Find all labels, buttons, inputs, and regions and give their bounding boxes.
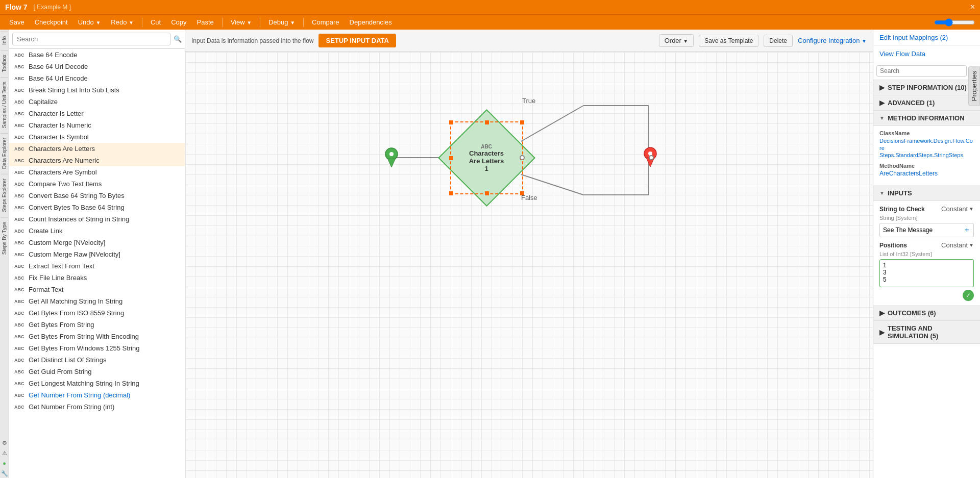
toolbox-item-label: Get Guid From String: [29, 368, 92, 375]
inputs-chevron: ▼: [879, 190, 885, 196]
toolbox-item-label: Character Is Symbol: [29, 133, 89, 141]
abc-badge: ABC: [14, 264, 26, 269]
toolbox-item[interactable]: ABC Get Guid From String: [9, 366, 185, 378]
zoom-slider[interactable]: [934, 18, 975, 27]
positions-confirm-button[interactable]: ✓: [963, 290, 974, 301]
toolbox-item[interactable]: ABC Character Is Symbol: [9, 131, 185, 143]
bottom-icon-2[interactable]: ⚠: [0, 448, 9, 458]
toolbox-item[interactable]: ABC Capitalize: [9, 96, 185, 108]
toolbox-item[interactable]: ABC Base 64 Url Decode: [9, 61, 185, 72]
toolbox-item[interactable]: ABC Get Bytes From String: [9, 319, 185, 331]
toolbox-item-label: Base 64 Url Encode: [29, 74, 88, 82]
edit-input-mappings-link[interactable]: Edit Input Mappings (2): [873, 30, 980, 46]
toolbox-item[interactable]: ABC Get Bytes From Windows 1255 String: [9, 342, 185, 354]
toolbox-item[interactable]: ABC Custom Merge Raw [NVelocity]: [9, 248, 185, 260]
toolbox-item[interactable]: ABC Characters Are Letters: [9, 143, 185, 155]
compare-button[interactable]: Compare: [308, 16, 343, 29]
bottom-icon-4[interactable]: 🔧: [0, 469, 9, 478]
configure-integration-button[interactable]: Configure Integration ▼: [798, 37, 867, 44]
toolbox-item[interactable]: ABC Get Number From String (int): [9, 401, 185, 413]
toolbox-item[interactable]: ABC Convert Base 64 String To Bytes: [9, 190, 185, 202]
toolbox-item[interactable]: ABC Get Bytes From String With Encoding: [9, 331, 185, 342]
toolbox-item[interactable]: ABC Get All Matching String In String: [9, 295, 185, 307]
class-name-label: ClassName: [879, 130, 974, 136]
samples-tab[interactable]: Samples / Unit Tests: [1, 77, 8, 132]
undo-button[interactable]: Undo ▼: [74, 16, 105, 29]
toolbox-search-input[interactable]: [12, 33, 170, 45]
cut-button[interactable]: Cut: [146, 16, 165, 29]
toolbox-item[interactable]: ABC Get Longest Matching String In Strin…: [9, 378, 185, 389]
toolbox-item[interactable]: ABC Compare Two Text Items: [9, 178, 185, 190]
method-info-chevron: ▼: [879, 115, 885, 121]
save-button[interactable]: Save: [5, 16, 29, 29]
toolbox-item[interactable]: ABC Get Distinct List Of Strings: [9, 354, 185, 366]
redo-button[interactable]: Redo ▼: [107, 16, 138, 29]
toolbox-item[interactable]: ABC Characters Are Numeric: [9, 155, 185, 166]
string-to-check-type[interactable]: Constant ▼: [941, 205, 974, 213]
abc-badge: ABC: [14, 205, 26, 210]
toolbox-item[interactable]: ABC Get Number From String (decimal): [9, 389, 185, 401]
step-info-section[interactable]: ▶ STEP INFORMATION (10): [873, 80, 980, 95]
advanced-section[interactable]: ▶ ADVANCED (1): [873, 95, 980, 111]
panel-search-input[interactable]: [876, 65, 967, 77]
save-as-template-button[interactable]: Save as Template: [699, 35, 758, 47]
class-name-text: DecisionsFramework.Design.Flow.CoreSteps…: [879, 138, 973, 158]
toolbox-item-label: Get All Matching String In String: [29, 297, 122, 305]
steps-explorer-tab[interactable]: Steps Explorer: [1, 174, 8, 216]
toolbox-item[interactable]: ABC Fix File Line Breaks: [9, 272, 185, 284]
info-tab[interactable]: Info: [1, 32, 8, 49]
bottom-icon-1[interactable]: ⚙: [0, 438, 9, 447]
properties-tab[interactable]: Properties: [968, 66, 980, 106]
toolbox-item-label: Character Is Letter: [29, 110, 84, 117]
view-button[interactable]: View ▼: [227, 16, 256, 29]
string-to-check-add-button[interactable]: +: [964, 225, 970, 235]
data-explorer-tab[interactable]: Data Explorer: [1, 133, 8, 173]
toolbox-item-label: Count Instances of String in String: [29, 215, 129, 223]
bottom-icon-3[interactable]: ●: [0, 459, 9, 468]
string-to-check-label: String to Check: [879, 206, 925, 213]
testing-section[interactable]: ▶ TESTING AND SIMULATION (5): [873, 321, 980, 344]
toolbox-item[interactable]: ABC Character Is Numeric: [9, 119, 185, 131]
toolbar-separator-2: [222, 18, 223, 27]
toolbox-item[interactable]: ABC Extract Text From Text: [9, 260, 185, 272]
string-to-check-field[interactable]: +: [879, 223, 974, 237]
toolbox-item[interactable]: ABC Characters Are Symbol: [9, 166, 185, 178]
toolbox-item-label: Break String List Into Sub Lists: [29, 86, 119, 94]
step-info-label: STEP INFORMATION (10): [888, 84, 967, 91]
abc-badge: ABC: [14, 229, 26, 234]
steps-by-type-tab[interactable]: Steps By Type: [1, 217, 8, 259]
toolbox-item[interactable]: ABC Count Instances of String in String: [9, 213, 185, 225]
order-button[interactable]: Order ▼: [659, 34, 694, 47]
inputs-section[interactable]: ▼ INPUTS: [873, 186, 980, 201]
abc-badge: ABC: [14, 146, 26, 152]
setup-input-data-button[interactable]: SETUP INPUT DATA: [318, 34, 396, 47]
toolbox-item[interactable]: ABC Format Text: [9, 284, 185, 295]
abc-badge: ABC: [14, 275, 26, 281]
toolbox-item[interactable]: ABC Character Is Letter: [9, 108, 185, 119]
checkpoint-button[interactable]: Checkpoint: [31, 16, 72, 29]
positions-type[interactable]: Constant ▼: [941, 241, 974, 249]
method-info-section[interactable]: ▼ METHOD INFORMATION: [873, 111, 980, 126]
delete-button[interactable]: Delete: [764, 35, 793, 47]
toolbox-item[interactable]: ABC Create Link: [9, 225, 185, 237]
view-flow-data-link[interactable]: View Flow Data: [873, 46, 980, 62]
canvas[interactable]: True False ABC CharactersAre: [185, 52, 873, 478]
diamond-node[interactable]: ABC CharactersAre Letters1: [452, 123, 521, 192]
debug-button[interactable]: Debug ▼: [264, 16, 299, 29]
toolbox-item[interactable]: ABC Custom Merge [NVelocity]: [9, 237, 185, 248]
testing-chevron: ▶: [879, 329, 885, 336]
paste-button[interactable]: Paste: [193, 16, 218, 29]
toolbox-tab[interactable]: Toolbox: [1, 50, 8, 76]
positions-textarea[interactable]: 1 3 5: [879, 259, 974, 287]
toolbox-item[interactable]: ABC Convert Bytes To Base 64 String: [9, 202, 185, 213]
close-button[interactable]: ×: [970, 3, 975, 12]
abc-badge: ABC: [14, 369, 26, 374]
toolbox-item[interactable]: ABC Break String List Into Sub Lists: [9, 84, 185, 96]
string-to-check-input[interactable]: [883, 227, 964, 234]
copy-button[interactable]: Copy: [167, 16, 190, 29]
toolbox-item[interactable]: ABC Base 64 Encode: [9, 49, 185, 61]
toolbox-item[interactable]: ABC Base 64 Url Encode: [9, 72, 185, 84]
toolbox-item[interactable]: ABC Get Bytes From ISO 8559 String: [9, 307, 185, 319]
dependencies-button[interactable]: Dependencies: [346, 16, 396, 29]
outcomes-section[interactable]: ▶ OUTCOMES (6): [873, 306, 980, 321]
